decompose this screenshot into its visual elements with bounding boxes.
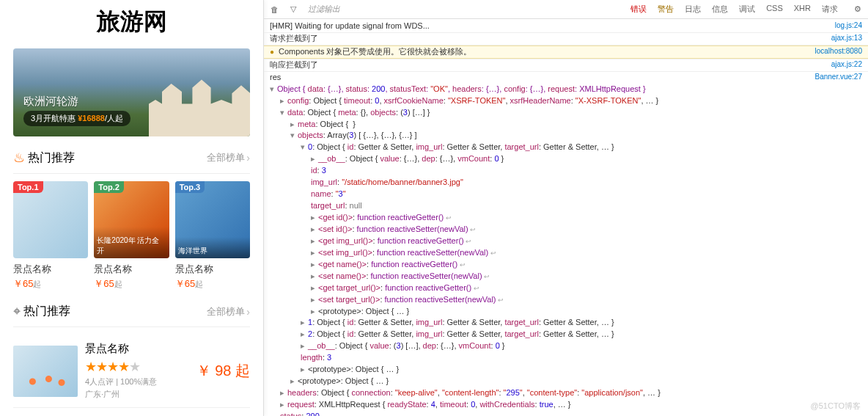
top-card[interactable]: Top.2 长隆2020年 活力全开 景点名称 ￥65起 (94, 181, 169, 291)
console-filter-tab[interactable]: 日志 (680, 1, 706, 18)
console-filter-tab[interactable]: XHR (789, 1, 816, 18)
section-title: 热门推荐 (23, 304, 70, 319)
watermark: @51CTO博客 (811, 401, 861, 412)
gear-icon[interactable]: ⚙ (850, 2, 865, 17)
star-rating: ★★★★★ (85, 359, 189, 375)
banner-heading: 欧洲河轮游 (23, 95, 78, 109)
disclosure-triangle[interactable]: ▾ (270, 84, 277, 95)
rank-badge: Top.1 (13, 181, 43, 193)
filter-input[interactable]: 过滤输出 (305, 4, 408, 15)
mobile-preview: 旅游网 欧洲河轮游 3月开航特惠 ¥16888/人起 ♨ 热门推荐 全部榜单 ›… (0, 0, 264, 416)
console-filter-tab[interactable]: 错误 (625, 1, 652, 18)
list-body: 景点名称 ★★★★★ 4人点评 | 100%满意 广东·广州 (85, 342, 189, 400)
devtools-console: 🗑 ▽ 过滤输出 错误警告日志信息调试CSSXHR请求 ⚙ [HMR] Wait… (264, 0, 868, 416)
trash-icon[interactable]: 🗑 (267, 2, 282, 17)
list-item[interactable]: 景点名称 ★★★★★ 4人点评 | 100%满意 广东·广州 ￥ 98 起 (13, 335, 250, 408)
item-reviews: 4人点评 | 100%满意 (85, 376, 189, 387)
disclosure-triangle[interactable]: ▸ (311, 294, 318, 306)
section-header: ♨ 热门推荐 全部榜单 › (13, 136, 250, 174)
section-header: ⌖ 热门推荐 全部榜单 › (13, 291, 250, 327)
card-name: 景点名称 (13, 258, 88, 277)
card-thumb: Top.3 海洋世界 (175, 181, 250, 258)
disclosure-triangle[interactable]: ▸ (280, 399, 287, 411)
flame-icon: ♨ (13, 150, 25, 166)
see-all-link[interactable]: 全部榜单 › (207, 305, 250, 318)
section-title: 热门推荐 (28, 150, 75, 166)
card-price: ￥65起 (13, 277, 88, 291)
console-filter-tab[interactable]: 调试 (734, 1, 760, 18)
disclosure-triangle[interactable]: ▸ (301, 364, 308, 376)
disclosure-triangle[interactable]: ▸ (311, 236, 318, 247)
disclosure-triangle[interactable]: ▸ (311, 259, 318, 271)
chevron-right-icon: › (246, 306, 250, 318)
list-thumb (13, 346, 78, 397)
console-filter-tab[interactable]: 警告 (652, 1, 679, 18)
thumb-caption: 海洋世界 (175, 237, 250, 258)
rank-badge: Top.2 (94, 181, 124, 193)
section-hot-1: ♨ 热门推荐 全部榜单 › Top.1 景点名称 ￥65起 Top.2 长隆20… (0, 136, 263, 291)
location-pin-icon: ⌖ (13, 304, 21, 319)
disclosure-triangle[interactable]: ▸ (311, 224, 318, 236)
see-all-link[interactable]: 全部榜单 › (207, 151, 250, 164)
console-line[interactable]: 响应拦截到了ajax.js:22 (264, 59, 868, 72)
console-filter-tab[interactable]: 信息 (707, 1, 733, 18)
card-name: 景点名称 (175, 258, 250, 277)
top-card[interactable]: Top.3 海洋世界 景点名称 ￥65起 (175, 181, 250, 291)
banner-price-pill: 3月开航特惠 ¥16888/人起 (23, 111, 130, 126)
console-output[interactable]: [HMR] Waiting for update signal from WDS… (264, 19, 868, 416)
disclosure-triangle[interactable]: ▾ (280, 107, 287, 119)
thumb-caption: 长隆2020年 活力全开 (94, 227, 169, 258)
disclosure-triangle[interactable]: ▾ (301, 142, 308, 153)
disclosure-triangle[interactable]: ▸ (301, 329, 308, 340)
item-name: 景点名称 (85, 342, 189, 356)
list-item[interactable]: 景点名称 ★★★★★ 4人点评 | 100%满意 广东·广州 ￥ 98 起 (13, 408, 250, 416)
item-location: 广东·广州 (85, 389, 189, 400)
app-title: 旅游网 (0, 0, 263, 48)
disclosure-triangle[interactable]: ▸ (290, 376, 298, 387)
console-line[interactable]: resBanner.vue:27 (264, 72, 868, 84)
console-line[interactable]: ●Components 对象已不赞成使用。它很快就会被移除。localhost:… (264, 45, 868, 59)
disclosure-triangle[interactable]: ▸ (311, 153, 318, 165)
console-filter-tab[interactable]: CSS (761, 1, 788, 18)
disclosure-triangle[interactable]: ▸ (280, 95, 287, 107)
disclosure-triangle[interactable]: ▸ (311, 247, 318, 259)
console-line[interactable]: 请求拦截到了ajax.js:13 (264, 32, 868, 45)
disclosure-triangle[interactable]: ▸ (301, 317, 308, 329)
card-thumb: Top.1 (13, 181, 88, 258)
console-line[interactable]: [HMR] Waiting for update signal from WDS… (264, 21, 868, 32)
section-hot-2: ⌖ 热门推荐 全部榜单 › 景点名称 ★★★★★ 4人点评 | 100%满意 广… (0, 291, 263, 416)
hero-banner[interactable]: 欧洲河轮游 3月开航特惠 ¥16888/人起 (13, 48, 250, 136)
castle-graphic (129, 59, 250, 136)
disclosure-triangle[interactable]: ▸ (311, 271, 318, 282)
rank-badge: Top.3 (175, 181, 205, 193)
disclosure-triangle[interactable]: ▾ (290, 130, 298, 142)
chevron-right-icon: › (246, 152, 250, 164)
card-price: ￥65起 (94, 277, 169, 291)
console-filter-tab[interactable]: 请求 (817, 1, 843, 18)
top-card[interactable]: Top.1 景点名称 ￥65起 (13, 181, 88, 291)
funnel-icon[interactable]: ▽ (286, 2, 301, 17)
console-toolbar: 🗑 ▽ 过滤输出 错误警告日志信息调试CSSXHR请求 ⚙ (264, 0, 868, 19)
card-thumb: Top.2 长隆2020年 活力全开 (94, 181, 169, 258)
console-object-tree[interactable]: ▾Object { data: {…}, status: 200, status… (264, 84, 868, 416)
item-price: ￥ 98 起 (196, 361, 250, 381)
disclosure-triangle[interactable]: ▸ (311, 212, 318, 224)
disclosure-triangle[interactable]: ▸ (280, 387, 287, 399)
disclosure-triangle[interactable]: ▸ (301, 340, 308, 352)
card-name: 景点名称 (94, 258, 169, 277)
disclosure-triangle[interactable]: ▸ (290, 119, 298, 131)
disclosure-triangle[interactable]: ▸ (311, 282, 318, 294)
disclosure-triangle[interactable]: ▸ (311, 306, 318, 318)
card-price: ￥65起 (175, 277, 250, 291)
